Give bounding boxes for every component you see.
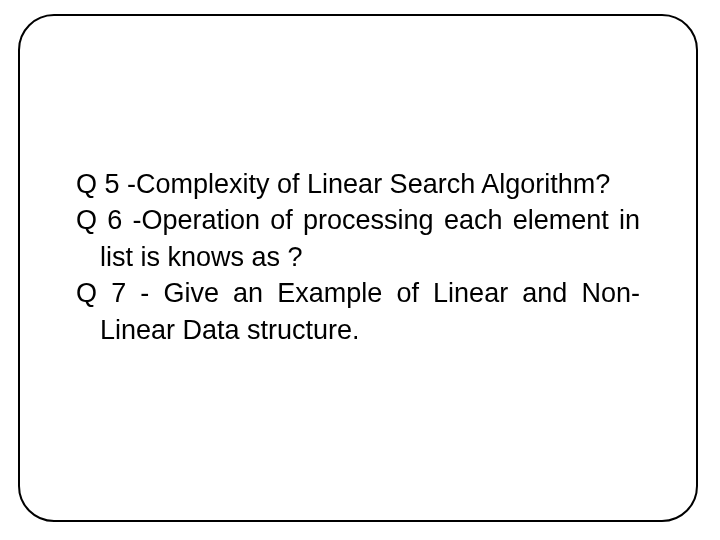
question-7: Q 7 - Give an Example of Linear and Non-… [76,275,640,348]
question-6: Q 6 -Operation of processing each elemen… [76,202,640,275]
question-block: Q 5 -Complexity of Linear Search Algorit… [76,166,640,348]
question-5: Q 5 -Complexity of Linear Search Algorit… [76,166,640,202]
slide-card: Q 5 -Complexity of Linear Search Algorit… [18,14,698,522]
